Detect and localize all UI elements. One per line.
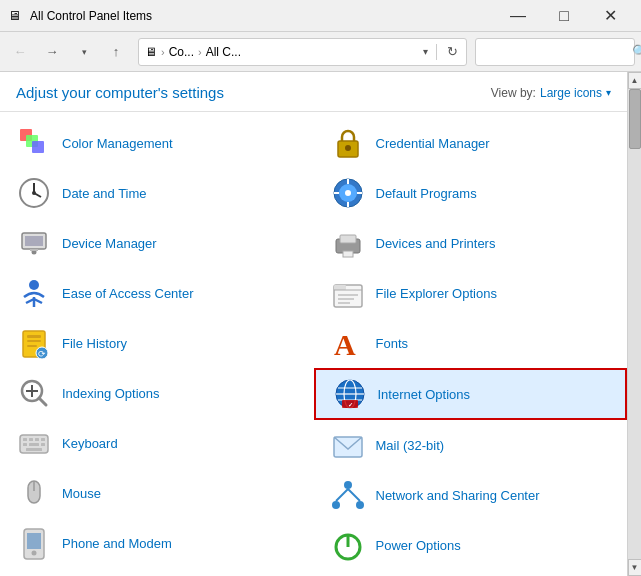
svg-line-66 [348, 489, 360, 501]
view-by-label: View by: [491, 86, 536, 100]
item-phone-and-modem[interactable]: Phone and Modem [0, 518, 314, 566]
item-mouse[interactable]: Mouse [0, 468, 314, 518]
scroll-up-button[interactable]: ▲ [628, 72, 642, 89]
file-explorer-options-label[interactable]: File Explorer Options [376, 286, 497, 301]
recent-button[interactable]: ▾ [70, 38, 98, 66]
scroll-track[interactable] [628, 89, 642, 559]
file-history-label[interactable]: File History [62, 336, 127, 351]
keyboard-icon [16, 425, 52, 461]
content-area: Adjust your computer's settings View by:… [0, 72, 627, 576]
credential-manager-label[interactable]: Credential Manager [376, 136, 490, 151]
svg-point-38 [32, 551, 37, 556]
color-management-label[interactable]: Color Management [62, 136, 173, 151]
internet-options-label[interactable]: Internet Options [378, 387, 471, 402]
keyboard-label[interactable]: Keyboard [62, 436, 118, 451]
close-button[interactable]: ✕ [587, 0, 633, 32]
item-indexing-options[interactable]: Indexing Options [0, 368, 314, 418]
internet-options-icon: ✓ [332, 376, 368, 412]
content-header: Adjust your computer's settings View by:… [0, 72, 627, 112]
address-bar[interactable]: 🖥 › Co... › All C... ▾ ↻ [138, 38, 467, 66]
search-bar[interactable]: 🔍 [475, 38, 635, 66]
power-options-label[interactable]: Power Options [376, 538, 461, 553]
maximize-button[interactable]: □ [541, 0, 587, 32]
indexing-options-label[interactable]: Indexing Options [62, 386, 160, 401]
phone-and-modem-label[interactable]: Phone and Modem [62, 536, 172, 551]
item-default-programs[interactable]: Default Programs [314, 168, 628, 218]
svg-line-22 [39, 398, 46, 405]
right-column: Credential ManagerDefault ProgramsDevice… [314, 112, 628, 566]
default-programs-label[interactable]: Default Programs [376, 186, 477, 201]
mouse-icon [16, 475, 52, 511]
svg-rect-8 [25, 236, 43, 246]
up-button[interactable]: ↑ [102, 38, 130, 66]
scroll-down-button[interactable]: ▼ [628, 559, 642, 576]
breadcrumb-co: Co... [169, 45, 194, 59]
address-dropdown-button[interactable]: ▾ [423, 46, 428, 57]
main-area: Adjust your computer's settings View by:… [0, 72, 641, 576]
color-management-icon [16, 125, 52, 161]
devices-and-printers-icon [330, 225, 366, 261]
date-and-time-icon [16, 175, 52, 211]
svg-text:A: A [334, 328, 356, 361]
file-history-icon: ⟳ [16, 325, 52, 361]
svg-rect-31 [29, 443, 39, 446]
svg-text:✓: ✓ [347, 402, 352, 408]
forward-button[interactable]: → [38, 38, 66, 66]
scrollbar: ▲ ▼ [627, 72, 641, 576]
breadcrumb-separator2: › [198, 46, 202, 58]
window-controls: — □ ✕ [495, 0, 633, 32]
item-color-management[interactable]: Color Management [0, 118, 314, 168]
svg-text:⟳: ⟳ [38, 349, 46, 359]
devices-and-printers-label[interactable]: Devices and Printers [376, 236, 496, 251]
navbar: ← → ▾ ↑ 🖥 › Co... › All C... ▾ ↻ 🔍 [0, 32, 641, 72]
item-keyboard[interactable]: Keyboard [0, 418, 314, 468]
search-input[interactable] [482, 45, 632, 59]
item-network-sharing[interactable]: Network and Sharing Center [314, 470, 628, 520]
svg-rect-2 [32, 141, 44, 153]
ease-of-access-icon [16, 275, 52, 311]
device-manager-label[interactable]: Device Manager [62, 236, 157, 251]
date-and-time-label[interactable]: Date and Time [62, 186, 147, 201]
svg-point-11 [29, 280, 39, 290]
svg-rect-37 [27, 533, 41, 549]
svg-rect-28 [35, 438, 39, 441]
svg-rect-16 [27, 335, 41, 338]
item-devices-and-printers[interactable]: Devices and Printers [314, 218, 628, 268]
network-sharing-label[interactable]: Network and Sharing Center [376, 488, 540, 503]
item-credential-manager[interactable]: Credential Manager [314, 118, 628, 168]
svg-point-40 [345, 145, 351, 151]
item-ease-of-access[interactable]: Ease of Access Center [0, 268, 314, 318]
svg-rect-29 [41, 438, 45, 441]
ease-of-access-label[interactable]: Ease of Access Center [62, 286, 194, 301]
item-file-history[interactable]: ⟳File History [0, 318, 314, 368]
phone-and-modem-icon [16, 525, 52, 561]
item-date-and-time[interactable]: Date and Time [0, 168, 314, 218]
mouse-label[interactable]: Mouse [62, 486, 101, 501]
view-by-value[interactable]: Large icons [540, 86, 602, 100]
svg-rect-51 [338, 298, 354, 300]
item-fonts[interactable]: AFonts [314, 318, 628, 368]
svg-point-6 [32, 191, 36, 195]
mail-label[interactable]: Mail (32-bit) [376, 438, 445, 453]
back-button[interactable]: ← [6, 38, 34, 66]
refresh-button[interactable]: ↻ [445, 44, 460, 59]
svg-rect-27 [29, 438, 33, 441]
svg-line-65 [336, 489, 348, 501]
item-mail[interactable]: Mail (32-bit) [314, 420, 628, 470]
svg-rect-48 [334, 285, 346, 290]
scroll-thumb[interactable] [629, 89, 641, 149]
item-internet-options[interactable]: ✓Internet Options [314, 368, 628, 420]
mail-icon [330, 427, 366, 463]
minimize-button[interactable]: — [495, 0, 541, 32]
item-file-explorer-options[interactable]: File Explorer Options [314, 268, 628, 318]
svg-point-62 [344, 481, 352, 489]
view-by-control: View by: Large icons ▾ [491, 86, 611, 100]
item-device-manager[interactable]: Device Manager [0, 218, 314, 268]
search-icon[interactable]: 🔍 [632, 44, 641, 59]
view-by-arrow[interactable]: ▾ [606, 87, 611, 98]
svg-rect-10 [30, 249, 38, 251]
svg-point-43 [345, 190, 351, 196]
fonts-label[interactable]: Fonts [376, 336, 409, 351]
credential-manager-icon [330, 125, 366, 161]
item-power-options[interactable]: Power Options [314, 520, 628, 566]
